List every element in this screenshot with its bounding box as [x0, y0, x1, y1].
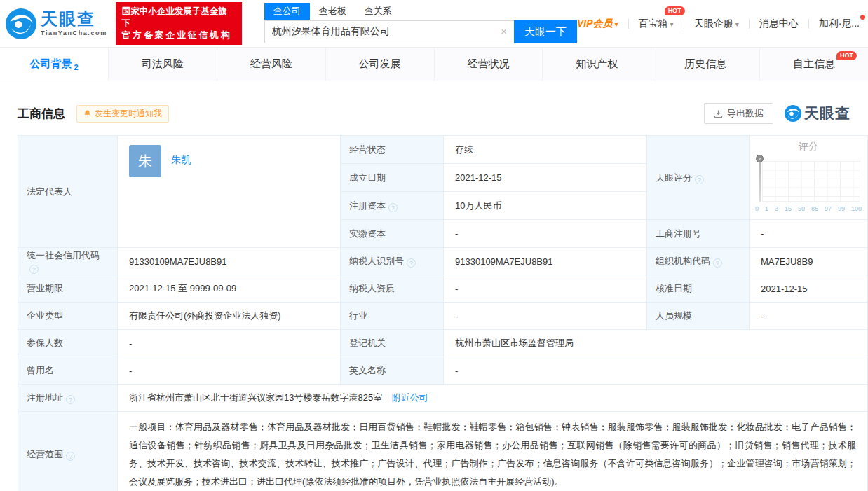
- question-icon[interactable]: [695, 175, 704, 184]
- avatar[interactable]: 朱: [129, 145, 161, 177]
- enterprise-service-link[interactable]: 天眼企服▾: [694, 18, 739, 30]
- taxpayer-qualification-value: -: [444, 275, 647, 303]
- download-icon: [714, 109, 723, 118]
- score-marker-line: [759, 158, 761, 202]
- logo-domain: TianYanCha.com: [41, 30, 107, 36]
- tab-label: 公司背景: [29, 57, 72, 71]
- tab-self-info[interactable]: 自主信息HOT: [760, 48, 868, 81]
- tianyancha-logo-icon: [785, 105, 801, 122]
- tab-label: 历史信息: [684, 57, 726, 71]
- tianyancha-company-page: 天眼查 TianYanCha.com 国家中小企业发展子基金旗下 官方备案企业征…: [0, 0, 868, 491]
- tab-label: 经营风险: [250, 57, 292, 71]
- approval-date-value: 2021-12-15: [750, 275, 868, 303]
- chevron-down-icon: ▾: [670, 20, 674, 28]
- nearby-companies-link[interactable]: 附近公司: [392, 392, 428, 403]
- logo-title: 天眼查: [41, 11, 107, 27]
- certification-line2: 官方备案企业征信机构: [122, 29, 236, 41]
- hot-badge: HOT: [836, 51, 857, 60]
- score-marker-pin: [756, 155, 764, 162]
- tianyan-score-label: 天眼评分: [647, 136, 750, 220]
- registered-address-value: 浙江省杭州市萧山区北干街道兴议家园13号楼泰岳数字港825室: [129, 392, 382, 403]
- table-row: 统一社会信用代码 91330109MA7EJU8B91 纳税人识别号 91330…: [18, 248, 868, 275]
- vip-member-label: VIP会员: [577, 18, 613, 29]
- search-tabs: 查公司 查老板 查关系: [264, 4, 577, 20]
- notify-on-change-button[interactable]: 发生变更时通知我: [76, 105, 169, 123]
- legal-rep-link[interactable]: 朱凯: [171, 154, 191, 167]
- credit-code-label: 统一社会信用代码: [18, 248, 118, 275]
- registration-no-value: -: [750, 220, 868, 248]
- staff-size-value: -: [750, 303, 868, 330]
- table-row: 曾用名 - 英文名称 -: [18, 357, 868, 385]
- vip-member-link[interactable]: VIP会员▾: [577, 18, 618, 30]
- divider: [808, 19, 809, 29]
- axis-tick: 99: [838, 205, 845, 212]
- label-text: 统一社会信用代码: [27, 250, 100, 261]
- score-grid: [762, 161, 860, 202]
- tab-label: 知识产权: [576, 57, 618, 71]
- registration-no-label: 工商注册号: [647, 220, 750, 248]
- question-icon[interactable]: [29, 265, 39, 274]
- axis-tick: 97: [825, 205, 832, 212]
- industry-label: 行业: [341, 303, 444, 330]
- question-icon[interactable]: [66, 395, 75, 404]
- score-chart-cell: 评分 0 1 3 15 50 85 97 99: [750, 136, 868, 220]
- treasure-box-label: 百宝箱: [639, 18, 668, 29]
- tab-operating-risk[interactable]: 经营风险: [217, 48, 326, 81]
- tab-history-info[interactable]: 历史信息: [651, 48, 760, 81]
- credit-code-value: 91330109MA7EJU8B91: [118, 248, 341, 275]
- search-tab-relation[interactable]: 查关系: [355, 3, 401, 20]
- english-name-value: -: [444, 357, 868, 385]
- taxpayer-id-value: 91330109MA7EJU8B91: [444, 248, 647, 275]
- tianyancha-logo[interactable]: 天眼查 TianYanCha.com: [6, 8, 107, 39]
- clear-search-icon[interactable]: ×: [501, 26, 507, 37]
- axis-tick: 15: [785, 205, 792, 212]
- search-button[interactable]: 天眼一下: [514, 20, 577, 43]
- search-tab-boss[interactable]: 查老板: [310, 3, 355, 20]
- tab-company-background[interactable]: 公司背景2: [0, 48, 109, 81]
- company-type-value: 有限责任公司(外商投资企业法人独资): [118, 303, 341, 330]
- business-scope-value: 一般项目：体育用品及器材零售；体育用品及器材批发；日用百货销售；鞋帽批发；鞋帽零…: [118, 412, 868, 491]
- label-text: 注册资本: [349, 200, 386, 211]
- axis-tick: 0: [755, 205, 759, 212]
- tab-label: 自主信息: [793, 57, 835, 71]
- english-name-label: 英文名称: [341, 357, 444, 385]
- status-value: 存续: [444, 136, 647, 164]
- tab-company-development[interactable]: 公司发展: [326, 48, 435, 81]
- question-icon[interactable]: [388, 203, 398, 212]
- tab-judicial-risk[interactable]: 司法风险: [109, 48, 217, 81]
- legal-rep-label: 法定代表人: [18, 136, 118, 248]
- staff-size-label: 人员规模: [647, 303, 750, 330]
- axis-tick: 3: [775, 205, 778, 212]
- industry-value: -: [444, 303, 647, 330]
- axis-tick: 50: [798, 205, 805, 212]
- question-icon[interactable]: [713, 258, 722, 268]
- business-scope-label: 经营范围: [18, 412, 118, 491]
- user-account-link[interactable]: 加利·尼...: [819, 18, 860, 30]
- paid-in-capital-label: 实缴资本: [341, 220, 444, 248]
- business-term-label: 营业期限: [18, 275, 118, 303]
- registered-capital-label: 注册资本: [341, 192, 444, 220]
- export-label: 导出数据: [727, 107, 764, 120]
- chevron-down-icon: ▾: [615, 20, 618, 28]
- business-info-header: 工商信息 发生变更时通知我 导出数据 天眼查: [18, 102, 850, 125]
- approval-date-label: 核准日期: [647, 275, 750, 303]
- legal-rep-cell: 朱 朱凯: [118, 136, 341, 248]
- tab-intellectual-property[interactable]: 知识产权: [543, 48, 651, 81]
- tab-label: 公司发展: [359, 57, 401, 71]
- search-tab-company[interactable]: 查公司: [264, 3, 310, 20]
- label-text: 纳税人识别号: [349, 256, 404, 266]
- former-name-label: 曾用名: [18, 357, 118, 385]
- question-icon[interactable]: [66, 452, 75, 461]
- search-input[interactable]: [264, 20, 514, 43]
- certification-badge: 国家中小企业发展子基金旗下 官方备案企业征信机构: [116, 2, 242, 45]
- axis-tick: 100: [851, 205, 862, 212]
- score-plot: [757, 157, 860, 202]
- question-icon[interactable]: [407, 258, 416, 268]
- treasure-box-link[interactable]: HOT百宝箱▾: [639, 18, 674, 30]
- notify-label: 发生变更时通知我: [95, 108, 162, 120]
- export-data-button[interactable]: 导出数据: [704, 103, 773, 124]
- tianyan-score-chart[interactable]: 评分 0 1 3 15 50 85 97 99: [754, 136, 863, 219]
- tab-operating-status[interactable]: 经营状况: [435, 48, 543, 81]
- status-label: 经营状态: [341, 136, 444, 164]
- message-center-link[interactable]: 消息中心: [759, 18, 799, 30]
